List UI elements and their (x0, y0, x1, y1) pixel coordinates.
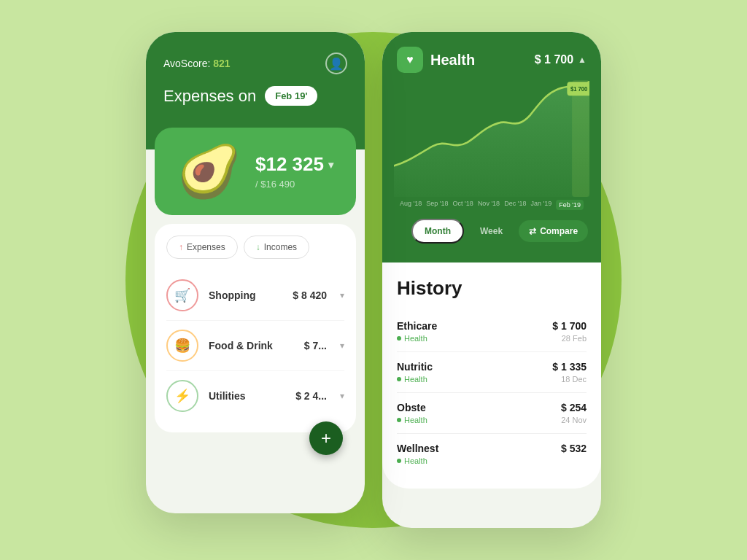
add-button[interactable]: + (309, 421, 343, 455)
cat-amount-food: $ 7... (304, 340, 327, 351)
history-name-obste: Obste (397, 402, 426, 413)
chart-label-sep: Sep '18 (426, 200, 448, 210)
history-section: History Ethicare $ 1 700 Health 28 Feb N… (382, 262, 601, 489)
cat-name-shopping: Shopping (209, 289, 282, 301)
chart-label-dec: Dec '18 (504, 200, 526, 210)
history-title: History (397, 277, 587, 300)
history-amount-wellnest: $ 532 (561, 443, 587, 454)
history-date-nutritic: 18 Dec (561, 375, 587, 384)
history-row-top-obste: Obste $ 254 (397, 402, 587, 413)
filter-row: ↑ Expenses ↓ Incomes (166, 236, 344, 259)
avocado-section: 🥑 $12 325 ▾ / $16 490 (155, 128, 356, 215)
history-item-nutritic[interactable]: Nutritic $ 1 335 Health 18 Dec (397, 352, 587, 393)
cat-name-utilities: Utilities (209, 390, 285, 402)
compare-icon: ⇄ (529, 226, 536, 236)
line-chart: $1 700 (394, 80, 589, 197)
history-cat-ethicare: Health (397, 334, 427, 343)
incomes-filter-btn[interactable]: ↓ Incomes (244, 236, 309, 259)
history-item-ethicare[interactable]: Ethicare $ 1 700 Health 28 Feb (397, 311, 587, 352)
utilities-icon: ⚡ (166, 380, 198, 412)
chart-label-jan: Jan '19 (530, 200, 551, 210)
sub-amount: / $16 490 (255, 179, 333, 190)
history-name-nutritic: Nutritic (397, 361, 433, 373)
profile-icon[interactable]: 👤 (325, 52, 347, 74)
chart-highlight-column (572, 80, 589, 197)
history-amount-nutritic: $ 1 335 (552, 361, 587, 373)
tab-week[interactable]: Week (468, 220, 514, 242)
down-arrow-icon: ↓ (256, 242, 260, 252)
main-amount: $12 325 ▾ (255, 153, 333, 176)
chart-area (394, 84, 589, 197)
phones-container: AvoScore: 821 👤 Expenses on Feb 19' 🥑 $1… (146, 32, 601, 528)
health-left: ♥ Health (397, 47, 475, 73)
history-date-obste: 24 Nov (561, 416, 587, 424)
avocado-amount: $12 325 ▾ / $16 490 (255, 153, 333, 190)
health-amount: $ 1 700 (535, 53, 573, 66)
health-title: Health (430, 52, 475, 69)
tab-month[interactable]: Month (411, 219, 464, 244)
avocado-mascot: 🥑 (177, 146, 241, 197)
utilities-chevron: ▾ (340, 391, 344, 401)
chart-label-oct: Oct '18 (453, 200, 473, 210)
health-icon-box: ♥ (397, 47, 423, 73)
avo-score-row: AvoScore: 821 👤 (163, 52, 347, 74)
chart-label-feb: Feb '19 (556, 200, 584, 210)
history-row-top-wellnest: Wellnest $ 532 (397, 443, 587, 454)
cat-amount-utilities: $ 2 4... (295, 390, 327, 402)
shopping-icon: 🛒 (166, 279, 198, 311)
chart-labels: Aug '18 Sep '18 Oct '18 Nov '18 Dec '18 … (397, 197, 587, 210)
history-row-top-ethicare: Ethicare $ 1 700 (397, 320, 587, 332)
cat-name-food: Food & Drink (209, 340, 294, 351)
history-name-ethicare: Ethicare (397, 320, 437, 332)
history-item-wellnest[interactable]: Wellnest $ 532 Health (397, 434, 587, 474)
history-amount-ethicare: $ 1 700 (552, 320, 587, 332)
chart-svg: $1 700 (394, 80, 589, 197)
chart-label-aug: Aug '18 (400, 200, 422, 210)
history-row-bot-wellnest: Health (397, 456, 587, 465)
expenses-filter-btn[interactable]: ↑ Expenses (166, 236, 238, 259)
history-item-obste[interactable]: Obste $ 254 Health 24 Nov (397, 393, 587, 434)
shopping-chevron: ▾ (340, 290, 344, 300)
history-row-bot-obste: Health 24 Nov (397, 416, 587, 424)
health-amount-row: $ 1 700 ▲ (535, 53, 587, 66)
history-cat-nutritic: Health (397, 375, 427, 384)
history-cat-obste: Health (397, 416, 427, 424)
right-phone: ♥ Health $ 1 700 ▲ (382, 32, 601, 528)
compare-button[interactable]: ⇄ Compare (519, 220, 588, 242)
expenses-label: Expenses on (163, 87, 256, 106)
history-date-ethicare: 28 Feb (562, 334, 587, 343)
chart-section: ♥ Health $ 1 700 ▲ (382, 32, 601, 262)
history-name-wellnest: Wellnest (397, 443, 438, 454)
health-header: ♥ Health $ 1 700 ▲ (397, 47, 587, 73)
avo-score-value: 821 (213, 58, 230, 69)
food-icon: 🍔 (166, 330, 198, 362)
history-row-bot-nutritic: Health 18 Dec (397, 375, 587, 384)
expenses-row: Expenses on Feb 19' (163, 86, 347, 106)
category-item-utilities[interactable]: ⚡ Utilities $ 2 4... ▾ (166, 371, 344, 421)
tab-row: Month Week ⇄ Compare (397, 210, 587, 255)
chart-value-text: $1 700 (570, 86, 588, 93)
amount-chevron[interactable]: ▾ (328, 159, 333, 171)
left-phone-wrap: AvoScore: 821 👤 Expenses on Feb 19' 🥑 $1… (146, 32, 365, 513)
cat-amount-shopping: $ 8 420 (293, 289, 327, 301)
up-arrow-icon: ↑ (179, 242, 183, 252)
expense-list-section: ↑ Expenses ↓ Incomes 🛒 Shopping $ 8 420 … (155, 224, 356, 432)
avo-score-label: AvoScore: 821 (163, 58, 231, 69)
date-badge[interactable]: Feb 19' (265, 86, 317, 106)
history-row-bot-ethicare: Health 28 Feb (397, 334, 587, 343)
heart-icon: ♥ (406, 53, 414, 66)
chart-label-nov: Nov '18 (478, 200, 500, 210)
category-item-shopping[interactable]: 🛒 Shopping $ 8 420 ▾ (166, 271, 344, 321)
history-row-top-nutritic: Nutritic $ 1 335 (397, 361, 587, 373)
history-amount-obste: $ 254 (561, 402, 587, 413)
food-chevron: ▾ (340, 341, 344, 351)
category-item-food[interactable]: 🍔 Food & Drink $ 7... ▾ (166, 321, 344, 371)
health-chevron-up[interactable]: ▲ (578, 55, 587, 65)
history-cat-wellnest: Health (397, 456, 427, 465)
